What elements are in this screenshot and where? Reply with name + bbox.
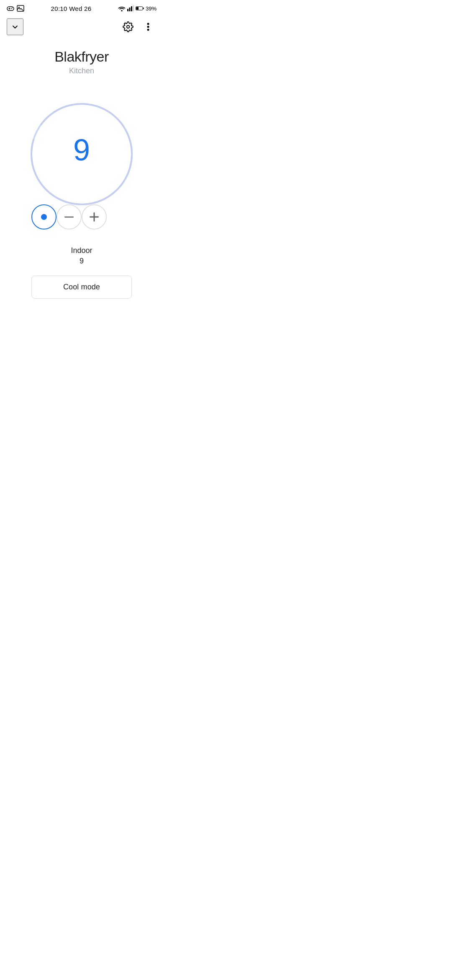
svg-point-14 <box>147 23 149 25</box>
svg-point-16 <box>147 29 149 31</box>
status-bar: 20:10 Wed 26 39% <box>0 0 163 15</box>
dial-section: 9 <box>0 79 163 238</box>
game-controller-icon <box>7 5 14 12</box>
svg-rect-18 <box>64 217 74 218</box>
app-bar <box>0 15 163 39</box>
device-location: Kitchen <box>0 67 163 75</box>
app-bar-actions <box>120 18 157 35</box>
svg-rect-20 <box>94 212 95 222</box>
svg-rect-8 <box>129 8 130 11</box>
radio-dot <box>41 214 47 220</box>
status-left-icons <box>7 5 24 12</box>
svg-rect-7 <box>127 9 128 11</box>
more-options-button[interactable] <box>140 18 157 35</box>
dial-value: 9 <box>73 133 90 167</box>
status-right-icons: 39% <box>118 5 157 12</box>
svg-rect-0 <box>7 7 14 10</box>
svg-rect-12 <box>143 8 144 9</box>
device-name: Blakfryer <box>0 49 163 65</box>
battery-percent: 39% <box>146 5 157 12</box>
dial-container[interactable]: 9 <box>23 95 140 213</box>
svg-rect-9 <box>131 6 132 11</box>
status-time-date: 20:10 Wed 26 <box>51 5 92 12</box>
back-button[interactable] <box>7 18 23 35</box>
settings-button[interactable] <box>120 18 136 35</box>
image-icon <box>17 5 24 12</box>
indoor-label: Indoor <box>0 246 163 255</box>
indoor-section: Indoor 9 <box>0 238 163 272</box>
svg-point-2 <box>12 8 13 8</box>
svg-rect-13 <box>136 7 139 10</box>
svg-rect-10 <box>133 5 134 11</box>
svg-point-1 <box>11 8 12 9</box>
cool-mode-button[interactable]: Cool mode <box>31 276 132 299</box>
svg-point-15 <box>147 26 149 28</box>
indoor-value: 9 <box>0 257 163 266</box>
title-section: Blakfryer Kitchen <box>0 39 163 79</box>
